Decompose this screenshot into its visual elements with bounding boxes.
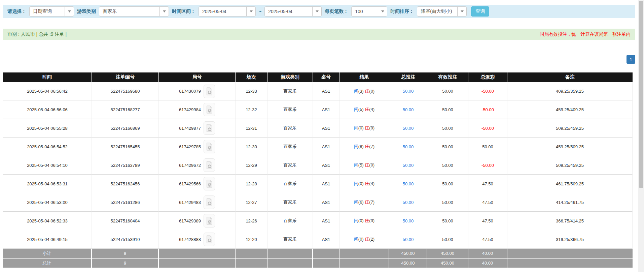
select-type-value: 日期查询 — [30, 8, 65, 14]
player-score: (0) — [358, 237, 364, 242]
subtotal-valid-bet: 450.00 — [427, 249, 468, 259]
player-score: (5) — [358, 162, 364, 168]
payout-cell: 50.00 — [468, 138, 507, 156]
valid-bet-cell: 50.00 — [427, 212, 468, 230]
remark-cell: 509.25/459.25 — [507, 156, 633, 175]
total-valid-bet: 450.00 — [427, 259, 468, 268]
banker-score: (2) — [369, 237, 374, 242]
player-result: 闲 — [354, 162, 358, 168]
banker-result: 庄 — [365, 89, 369, 94]
result-cell: 闲(5) 庄(0) — [339, 156, 389, 175]
video-icon[interactable] — [204, 103, 215, 116]
total-bet-cell[interactable]: 50.00 — [389, 193, 427, 212]
date-from-dropdown[interactable]: 2025-05-04 — [199, 6, 256, 17]
game-cell: 百家乐 — [267, 82, 313, 100]
scrollbar-thumb[interactable] — [639, 1, 643, 188]
game-cell: 百家乐 — [267, 119, 313, 138]
vertical-scrollbar[interactable] — [638, 0, 644, 272]
select-type-dropdown[interactable]: 日期查询 — [29, 6, 74, 17]
table-row: 2025-05-04 06:49:15 522475153910 6174288… — [3, 230, 633, 249]
total-payout: 40.00 — [468, 259, 507, 268]
page-size-value: 100 — [352, 9, 378, 14]
round-id-cell: 617430079 — [159, 82, 236, 100]
total-total-bet: 450.00 — [389, 259, 427, 268]
player-result: 闲 — [354, 181, 358, 186]
video-icon[interactable] — [204, 121, 215, 135]
video-icon[interactable] — [204, 85, 215, 98]
banker-result: 庄 — [365, 237, 369, 242]
payout-cell: -50.00 — [468, 119, 507, 138]
result-cell: 闲(0) 庄(9) — [339, 119, 389, 138]
bet-id-cell: 522475168277 — [92, 100, 159, 119]
table-row: 2025-05-04 06:53:31 522475162456 6174295… — [3, 175, 633, 193]
remark-cell: 409.25/359.25 — [507, 82, 633, 100]
chevron-down-icon — [457, 7, 466, 16]
result-cell: 闲(8) 庄(7) — [339, 138, 389, 156]
player-result: 闲 — [354, 237, 358, 242]
date-to-dropdown[interactable]: 2025-05-04 — [264, 6, 322, 17]
remark-cell: 319.25/366.75 — [507, 230, 633, 249]
col-valid-bet: 有效投注 — [427, 72, 468, 82]
col-payout: 总派彩 — [468, 72, 507, 82]
video-icon[interactable] — [204, 195, 215, 209]
time-sort-dropdown[interactable]: 降幂(由大到小) — [417, 6, 467, 17]
total-bet-cell[interactable]: 50.00 — [389, 119, 427, 138]
time-range-label: 时间区间： — [172, 8, 195, 14]
video-icon[interactable] — [204, 177, 215, 190]
subtotal-row: 小计 9 450.00 450.00 40.00 — [3, 249, 633, 259]
chevron-down-icon — [65, 7, 74, 16]
game-cell: 百家乐 — [267, 212, 313, 230]
bet-id-cell: 522475169680 — [92, 82, 159, 100]
subtotal-payout: 40.00 — [468, 249, 507, 259]
total-bet-cell[interactable]: 50.00 — [389, 230, 427, 249]
payout-cell: 47.50 — [468, 212, 507, 230]
player-score: (3) — [358, 89, 364, 94]
total-bet-cell[interactable]: 50.00 — [389, 156, 427, 175]
filter-toolbar: 请选择： 日期查询 游戏类别 百家乐 时间区间： 2025-05-04 ~ 20… — [3, 5, 635, 18]
player-score: (6) — [358, 200, 364, 205]
table-row: 2025-05-04 06:54:10 522475163789 6174296… — [3, 156, 633, 175]
remark-cell: 459.25/509.25 — [507, 138, 633, 156]
total-bet-cell[interactable]: 50.00 — [389, 212, 427, 230]
page-size-label: 每页笔数： — [325, 8, 348, 14]
game-category-dropdown[interactable]: 百家乐 — [99, 6, 169, 17]
game-category-value: 百家乐 — [99, 8, 159, 14]
payout-cell: -50.00 — [468, 82, 507, 100]
session-cell: 12-27 — [236, 193, 267, 212]
total-bet-cell[interactable]: 50.00 — [389, 82, 427, 100]
currency-summary: 币别 : 人民币 | 总共 :9 注单 | — [7, 31, 67, 37]
payout-cell: -50.00 — [468, 100, 507, 119]
player-result: 闲 — [354, 89, 358, 94]
session-cell: 12-32 — [236, 100, 267, 119]
subtotal-count: 9 — [92, 249, 159, 259]
page-1-button[interactable]: 1 — [627, 55, 635, 64]
video-icon[interactable] — [204, 233, 215, 246]
session-cell: 12-31 — [236, 119, 267, 138]
table-no-cell: AS1 — [313, 82, 339, 100]
player-result: 闲 — [354, 144, 358, 149]
remark-cell: 366.75/414.25 — [507, 212, 633, 230]
select-type-label: 请选择： — [7, 8, 26, 14]
video-icon[interactable] — [204, 214, 215, 228]
remark-cell: 414.25/461.75 — [507, 193, 633, 212]
video-icon[interactable] — [204, 158, 215, 172]
total-bet-cell[interactable]: 50.00 — [389, 175, 427, 193]
subtotal-label: 小计 — [3, 249, 92, 259]
query-button[interactable]: 查询 — [471, 6, 489, 17]
round-id: 617429785 — [179, 144, 201, 149]
table-row: 2025-05-04 06:56:06 522475168277 6174299… — [3, 100, 633, 119]
video-icon[interactable] — [204, 140, 215, 153]
player-result: 闲 — [354, 200, 358, 205]
round-id: 617429672 — [179, 163, 201, 168]
table-row: 2025-05-04 06:55:28 522475166869 6174298… — [3, 119, 633, 138]
banker-result: 庄 — [365, 218, 369, 223]
round-id: 617429566 — [179, 181, 201, 186]
table-no-cell: AS1 — [313, 156, 339, 175]
summary-bar: 币别 : 人民币 | 总共 :9 注单 | 同局有效投注，统一计算在该局第一张注… — [3, 29, 635, 40]
page-size-dropdown[interactable]: 100 — [351, 6, 387, 17]
total-bet-cell[interactable]: 50.00 — [389, 100, 427, 119]
total-bet-cell[interactable]: 50.00 — [389, 138, 427, 156]
bet-records-table: 时间 注单编号 局号 场次 游戏类别 桌号 结果 总投注 有效投注 总派彩 备注… — [3, 72, 633, 268]
table-no-cell: AS1 — [313, 193, 339, 212]
round-id-cell: 617429566 — [159, 175, 236, 193]
